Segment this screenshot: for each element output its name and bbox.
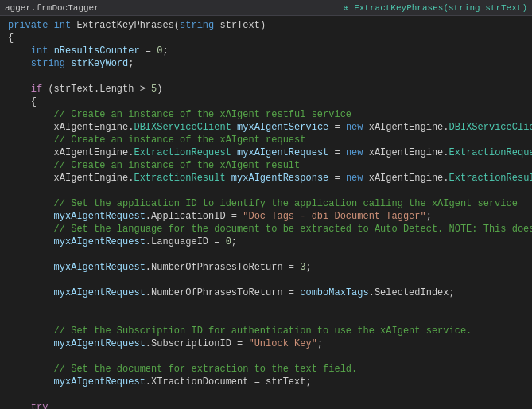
code-line: myxAIgentRequest.NumberOfPhrasesToReturn… [0, 286, 532, 299]
line-content: { [0, 95, 532, 108]
code-area: private int ExtractKeyPhrases(string str… [0, 16, 532, 409]
code-line: // Create an instance of the xAIgent res… [0, 108, 532, 121]
code-line: myxAIgentRequest.XTractionDocument = str… [0, 376, 532, 388]
code-line: myxAIgentRequest.NumberOfPhrasesToReturn… [0, 261, 532, 274]
code-line [0, 299, 532, 312]
line-content [0, 299, 532, 312]
code-line: { [0, 95, 532, 108]
code-line [0, 70, 532, 83]
line-content: xAIgentEngine.DBIXServiceClient myxAIgen… [0, 121, 532, 134]
line-content [0, 312, 532, 325]
line-content: // Set the document for extraction to th… [0, 363, 532, 376]
code-line: myxAIgentRequest.SubscriptionID = "Unloc… [0, 337, 532, 350]
title-right: ⊕ ExtractKeyPhrases(string strText) [344, 2, 527, 13]
line-content: myxAIgentRequest.NumberOfPhrasesToReturn… [0, 286, 532, 299]
line-content: xAIgentEngine.ExtractionRequest myxAIgen… [0, 146, 532, 159]
line-content: // Create an instance of the xAIgent req… [0, 134, 532, 146]
line-content: myxAIgentRequest.NumberOfPhrasesToReturn… [0, 261, 532, 274]
code-line: // Set the language for the document to … [0, 223, 532, 236]
code-line: xAIgentEngine.ExtractionRequest myxAIgen… [0, 146, 532, 159]
line-content: myxAIgentRequest.SubscriptionID = "Unloc… [0, 337, 532, 350]
code-line: int nResultsCounter = 0; [0, 45, 532, 57]
code-line: // Set the document for extraction to th… [0, 363, 532, 376]
line-content [0, 185, 532, 197]
code-line: try [0, 401, 532, 409]
code-line: string strKeyWord; [0, 57, 532, 70]
line-content: private int ExtractKeyPhrases(string str… [0, 19, 532, 32]
code-line: myxAIgentRequest.ApplicationID = "Doc Ta… [0, 210, 532, 223]
code-line: // Set the application ID to identify th… [0, 197, 532, 210]
line-content: if (strText.Length > 5) [0, 83, 532, 95]
code-line: // Create an instance of the xAIgent req… [0, 134, 532, 146]
line-content: xAIgentEngine.ExtractionResult myxAIgent… [0, 172, 532, 185]
line-content: // Set the application ID to identify th… [0, 197, 532, 210]
code-line: if (strText.Length > 5) [0, 83, 532, 95]
code-line: myxAIgentRequest.LanguageID = 0; [0, 236, 532, 248]
line-content: myxAIgentRequest.LanguageID = 0; [0, 236, 532, 248]
code-line: // Set the Subscription ID for authentic… [0, 325, 532, 337]
line-content [0, 248, 532, 261]
code-line: // Create an instance of the xAIgent res… [0, 159, 532, 172]
line-content: // Create an instance of the xAIgent res… [0, 159, 532, 172]
code-line: xAIgentEngine.DBIXServiceClient myxAIgen… [0, 121, 532, 134]
line-content [0, 70, 532, 83]
line-content: string strKeyWord; [0, 57, 532, 70]
code-line: private int ExtractKeyPhrases(string str… [0, 19, 532, 32]
code-line [0, 185, 532, 197]
line-content [0, 350, 532, 363]
code-line [0, 248, 532, 261]
line-content: // Set the language for the document to … [0, 223, 532, 236]
code-line [0, 388, 532, 401]
line-content: int nResultsCounter = 0; [0, 45, 532, 57]
title-left: agger.frmDocTagger [5, 3, 99, 13]
code-line: xAIgentEngine.ExtractionResult myxAIgent… [0, 172, 532, 185]
line-content [0, 274, 532, 286]
line-content: // Create an instance of the xAIgent res… [0, 108, 532, 121]
line-content: { [0, 32, 532, 45]
code-line [0, 274, 532, 286]
line-content: myxAIgentRequest.ApplicationID = "Doc Ta… [0, 210, 532, 223]
title-bar: agger.frmDocTagger ⊕ ExtractKeyPhrases(s… [0, 0, 532, 16]
code-line [0, 312, 532, 325]
line-content: // Set the Subscription ID for authentic… [0, 325, 532, 337]
line-content: try [0, 401, 532, 409]
code-line: { [0, 32, 532, 45]
code-line [0, 350, 532, 363]
line-content [0, 388, 532, 401]
line-content: myxAIgentRequest.XTractionDocument = str… [0, 376, 532, 388]
